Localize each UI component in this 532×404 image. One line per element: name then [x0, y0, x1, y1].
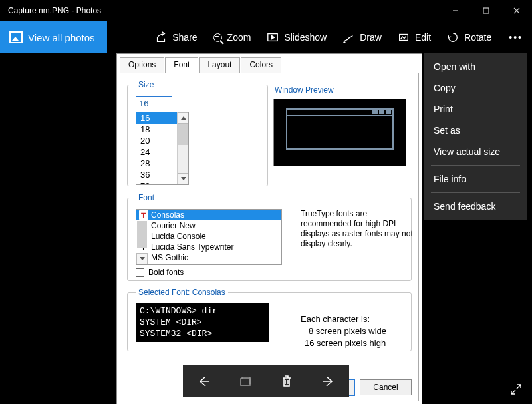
menu-send-feedback[interactable]: Send feedback [424, 196, 527, 217]
size-listbox[interactable]: 16 18 20 24 28 36 72 [136, 112, 189, 185]
ellipsis-icon: ••• [509, 32, 523, 43]
size-input[interactable] [136, 96, 172, 110]
console-line: C:\WINDOWS> dir [140, 305, 265, 317]
menu-view-actual[interactable]: View actual size [424, 141, 527, 162]
scrollbar[interactable] [136, 263, 281, 265]
char-heading: Each character is: [301, 313, 386, 325]
edit-label: Edit [415, 32, 431, 43]
tab-font[interactable]: Font [165, 57, 198, 73]
menu-separator [431, 192, 520, 193]
slideshow-button[interactable]: Slideshow [259, 21, 334, 53]
size-group: Size 16 18 20 24 28 36 72 [127, 80, 268, 186]
list-item[interactable]: ᴛLucida Sans Typewriter [136, 242, 281, 252]
draw-icon [342, 31, 354, 43]
character-dimensions: Each character is: 8 screen pixels wide … [301, 313, 386, 349]
svg-rect-0 [483, 8, 489, 13]
rotate-button[interactable]: Rotate [439, 21, 499, 53]
size-legend: Size [136, 80, 156, 89]
view-all-photos-button[interactable]: View all photos [0, 21, 107, 53]
resize-handle[interactable] [509, 383, 523, 396]
scroll-down-button[interactable] [136, 253, 148, 264]
console-line: SYSTEM32 <DIR> [140, 328, 265, 339]
command-bar: View all photos Share Zoom Slideshow Dra… [0, 21, 532, 53]
dialog-tabs: Options Font Layout Colors [120, 57, 422, 73]
bottom-toolbar [183, 365, 349, 397]
tab-colors[interactable]: Colors [241, 57, 281, 73]
more-button[interactable]: ••• [499, 21, 532, 53]
share-button[interactable]: Share [147, 21, 205, 53]
console-line: SYSTEM <DIR> [140, 317, 265, 328]
minimize-button[interactable] [440, 0, 471, 21]
draw-label: Draw [360, 32, 382, 43]
char-width: 8 screen pixels wide [301, 325, 386, 337]
menu-file-info[interactable]: File info [424, 168, 527, 190]
menu-print[interactable]: Print [424, 99, 527, 120]
tab-options[interactable]: Options [120, 57, 164, 73]
window-title: Capture nm.PNG - Photos [8, 6, 440, 15]
expand-icon [509, 383, 523, 396]
selected-font-group: Selected Font: Consolas C:\WINDOWS> dir … [127, 288, 412, 351]
arrow-left-icon [197, 375, 210, 388]
tab-body-font: Window Preview Size 16 18 20 24 28 36 72 [120, 73, 419, 401]
window-controls [440, 0, 532, 21]
edit-icon [398, 31, 410, 43]
delete-button[interactable] [273, 367, 301, 395]
scrollbar[interactable] [177, 112, 188, 184]
share-icon [155, 31, 167, 43]
menu-set-as[interactable]: Set as [424, 120, 527, 141]
share-label: Share [172, 32, 197, 43]
slideshow-label: Slideshow [284, 32, 327, 43]
list-item[interactable]: ᴛCourier New [136, 220, 281, 231]
edit-button[interactable]: Edit [390, 21, 439, 53]
selected-font-legend: Selected Font: Consolas [136, 288, 228, 297]
cancel-button[interactable]: Cancel [360, 379, 412, 395]
char-height: 16 screen pixels high [301, 337, 386, 349]
rotate-icon [447, 31, 459, 43]
scroll-down-button[interactable] [178, 173, 189, 184]
zoom-label: Zoom [227, 32, 251, 43]
zoom-icon [213, 33, 222, 42]
window-preview [273, 99, 406, 166]
console-properties-dialog: Options Font Layout Colors Window Previe… [116, 53, 422, 404]
close-button[interactable] [501, 0, 532, 21]
font-legend: Font [136, 193, 157, 202]
prev-button[interactable] [190, 367, 217, 395]
maximize-button[interactable] [471, 0, 501, 21]
menu-separator [431, 165, 520, 166]
context-menu: Open with Copy Print Set as View actual … [424, 53, 527, 220]
rotate-label: Rotate [464, 32, 491, 43]
collection-button[interactable] [231, 367, 259, 395]
menu-copy[interactable]: Copy [424, 77, 527, 99]
next-button[interactable] [315, 367, 342, 395]
view-all-label: View all photos [28, 32, 95, 43]
photo-icon [9, 31, 23, 43]
collection-icon [239, 375, 252, 388]
truetype-icon: ᴛ [139, 210, 148, 220]
draw-button[interactable]: Draw [334, 21, 390, 53]
font-group: Font ᴛConsolas ᴛCourier New ᴛLucida Cons… [127, 193, 412, 281]
list-item[interactable]: ᴛLucida Console [136, 231, 281, 242]
app-titlebar: Capture nm.PNG - Photos [0, 0, 532, 21]
trash-icon [280, 375, 293, 388]
tab-layout[interactable]: Layout [199, 57, 240, 73]
slideshow-icon [267, 31, 279, 43]
bold-fonts-label: Bold fonts [148, 268, 184, 277]
svg-rect-3 [241, 379, 250, 385]
list-item[interactable]: ᴛConsolas [136, 210, 281, 220]
truetype-tip: TrueType fonts are recommended for high … [301, 209, 414, 249]
menu-open-with[interactable]: Open with [424, 56, 527, 77]
zoom-button[interactable]: Zoom [205, 21, 259, 53]
scroll-thumb[interactable] [178, 124, 188, 145]
font-listbox[interactable]: ᴛConsolas ᴛCourier New ᴛLucida Console ᴛ… [136, 209, 282, 265]
list-item[interactable]: ᴛMS Gothic [136, 252, 281, 263]
bold-fonts-checkbox[interactable] [136, 268, 144, 277]
scroll-thumb[interactable] [137, 221, 147, 248]
arrow-right-icon [322, 375, 335, 388]
scroll-up-button[interactable] [178, 112, 189, 124]
preview-window-frame [286, 108, 394, 150]
console-preview: C:\WINDOWS> dir SYSTEM <DIR> SYSTEM32 <D… [136, 303, 269, 342]
window-preview-label: Window Preview [275, 85, 334, 95]
